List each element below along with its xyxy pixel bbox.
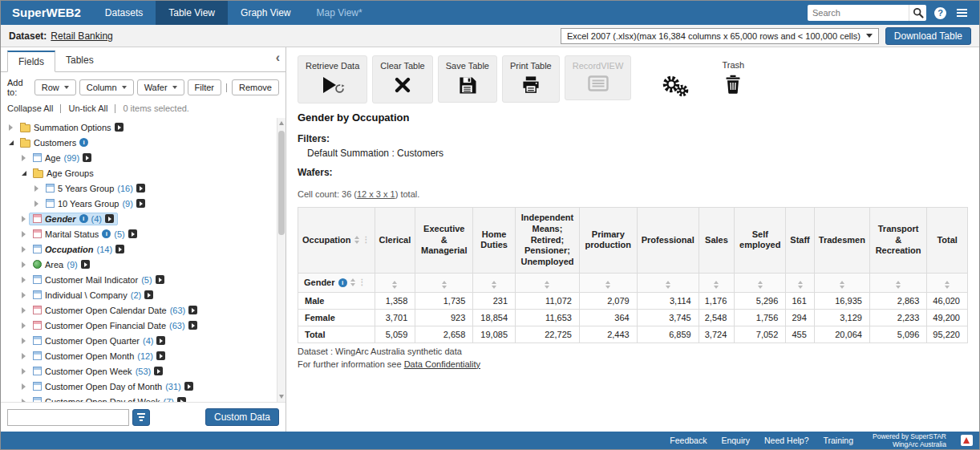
sort-icon[interactable] [350, 278, 355, 286]
footer-link-enquiry[interactable]: Enquiry [721, 436, 750, 445]
collapse-sidebar-icon[interactable]: ‹ [276, 52, 280, 63]
drilldown-icon[interactable] [188, 321, 197, 330]
col-header-independent-means-retired-pensioner-unemployed[interactable]: Independent Means; Retired; Pensioner; U… [516, 208, 580, 274]
footer-link-training[interactable]: Training [823, 436, 853, 445]
footer-link-need-help[interactable]: Need Help? [764, 436, 808, 445]
drilldown-icon[interactable] [177, 397, 186, 402]
nav-datasets[interactable]: Datasets [92, 1, 156, 25]
drilldown-icon[interactable] [83, 153, 91, 162]
row-dimension-header[interactable]: Genderi⋮ [298, 273, 375, 292]
expand-arrow-icon[interactable] [18, 322, 29, 329]
nav-map-view[interactable]: Map View* [304, 1, 375, 25]
hamburger-menu-icon[interactable] [954, 6, 970, 19]
dataset-name-link[interactable]: Retail Banking [51, 30, 112, 42]
drilldown-icon[interactable] [115, 123, 124, 132]
sort-column-executive-managerial[interactable] [415, 273, 473, 292]
drilldown-icon[interactable] [156, 275, 164, 284]
expand-arrow-icon[interactable] [6, 124, 16, 131]
drilldown-icon[interactable] [81, 260, 90, 269]
col-header-home-duties[interactable]: Home Duties [473, 208, 516, 274]
filter-button[interactable]: Filter [188, 79, 221, 95]
sort-column-clerical[interactable] [375, 273, 415, 292]
tree-item-customer-open-quarter[interactable]: Customer Open Quarter(4) [1, 333, 274, 348]
drilldown-icon[interactable] [136, 184, 145, 193]
drag-handle-icon[interactable]: ⋮ [362, 236, 371, 244]
remove-button[interactable]: Remove [232, 79, 279, 95]
add-to-wafer-dropdown[interactable]: Wafer [137, 79, 184, 95]
drilldown-icon[interactable] [136, 199, 145, 208]
expand-arrow-icon[interactable] [18, 231, 29, 237]
field-filter-icon[interactable] [132, 409, 150, 426]
drilldown-icon[interactable] [105, 214, 114, 223]
tree-item-age-groups[interactable]: Age Groups [1, 165, 274, 180]
col-header-transport-recreation[interactable]: Transport & Recreation [869, 208, 926, 274]
sort-column-staff[interactable] [786, 273, 814, 292]
row-label[interactable]: Female [298, 309, 375, 326]
field-search-input[interactable] [7, 409, 129, 426]
col-header-primary-production[interactable]: Primary production [579, 208, 637, 274]
expand-arrow-icon[interactable] [18, 155, 29, 161]
table-options-button[interactable] [654, 55, 697, 105]
scroll-down-icon[interactable] [279, 395, 284, 399]
save-table-button[interactable]: Save Table [438, 55, 497, 103]
sort-column-icon[interactable] [798, 281, 803, 289]
sort-column-icon[interactable] [840, 281, 844, 289]
sort-column-independent-means-retired-pensioner-unemployed[interactable] [516, 273, 580, 292]
info-icon[interactable]: i [79, 138, 88, 147]
tree-item-gender[interactable]: Genderi(4) [1, 211, 274, 226]
expand-arrow-icon[interactable] [18, 368, 29, 375]
sort-column-icon[interactable] [492, 281, 496, 289]
search-icon[interactable] [909, 5, 926, 21]
collapse-all-link[interactable]: Collapse All [7, 103, 53, 113]
tree-scrollbar[interactable] [277, 118, 285, 402]
data-confidentiality-link[interactable]: Data Confidentiality [404, 359, 480, 369]
tree-item-marital-status[interactable]: Marital Statusi(5) [1, 226, 274, 241]
drilldown-icon[interactable] [184, 382, 193, 391]
tree-item-area[interactable]: Area(9) [1, 257, 274, 272]
nav-table-view[interactable]: Table View [156, 1, 228, 25]
expand-arrow-icon[interactable] [18, 353, 29, 359]
tree-item-customer-mail-indicator[interactable]: Customer Mail Indicator(5) [1, 272, 274, 287]
expand-arrow-icon[interactable] [18, 216, 29, 222]
footer-link-feedback[interactable]: Feedback [670, 436, 707, 445]
tree-item-customer-open-day-of-week[interactable]: Customer Open Day of Week(7) [1, 394, 274, 402]
add-to-row-dropdown[interactable]: Row [34, 79, 76, 95]
drilldown-icon[interactable] [144, 290, 153, 299]
export-format-select[interactable]: Excel 2007 (.xlsx)(max 16,384 columns x … [561, 28, 879, 44]
retrieve-data-button[interactable]: Retrieve Data [298, 55, 367, 103]
info-icon[interactable]: i [338, 278, 347, 287]
tree-item-customer-open-calendar-date[interactable]: Customer Open Calendar Date(63) [1, 302, 274, 318]
sort-column-self-employed[interactable] [735, 273, 786, 292]
search-box[interactable] [808, 5, 926, 21]
tree-item-customer-open-month[interactable]: Customer Open Month(12) [1, 348, 274, 363]
expand-arrow-icon[interactable] [18, 338, 29, 344]
col-header-executive-managerial[interactable]: Executive & Managerial [415, 208, 473, 274]
tree-item-customer-open-week[interactable]: Customer Open Week(53) [1, 363, 274, 379]
sort-column-professional[interactable] [637, 273, 699, 292]
tree-item-summation-options[interactable]: Summation Options [1, 120, 274, 135]
sort-column-icon[interactable] [605, 281, 610, 289]
col-header-staff[interactable]: Staff [786, 208, 814, 274]
drilldown-icon[interactable] [154, 367, 163, 375]
tree-item-customer-open-day-of-month[interactable]: Customer Open Day of Month(31) [1, 379, 274, 394]
info-icon[interactable]: i [102, 229, 111, 238]
expand-arrow-icon[interactable] [18, 277, 29, 283]
drilldown-icon[interactable] [128, 229, 137, 238]
drilldown-icon[interactable] [156, 336, 165, 345]
clear-table-button[interactable]: Clear Table [372, 55, 432, 103]
sort-column-icon[interactable] [666, 281, 670, 289]
expand-arrow-icon[interactable] [18, 292, 29, 298]
drag-handle-icon[interactable]: ⋮ [358, 278, 366, 286]
sort-column-icon[interactable] [945, 281, 950, 289]
untick-all-link[interactable]: Un-tick All [68, 103, 107, 113]
tree-item-customer-open-financial-date[interactable]: Customer Open Financial Date(63) [1, 318, 274, 333]
sort-column-icon[interactable] [442, 281, 447, 289]
col-header-sales[interactable]: Sales [699, 208, 735, 274]
tab-tables[interactable]: Tables [55, 51, 104, 71]
sort-column-icon[interactable] [392, 281, 397, 289]
sort-column-sales[interactable] [699, 273, 735, 292]
col-header-total[interactable]: Total [927, 208, 968, 274]
nav-graph-view[interactable]: Graph View [228, 1, 303, 25]
expand-arrow-icon[interactable] [18, 307, 29, 314]
collapse-arrow-icon[interactable] [6, 140, 16, 145]
